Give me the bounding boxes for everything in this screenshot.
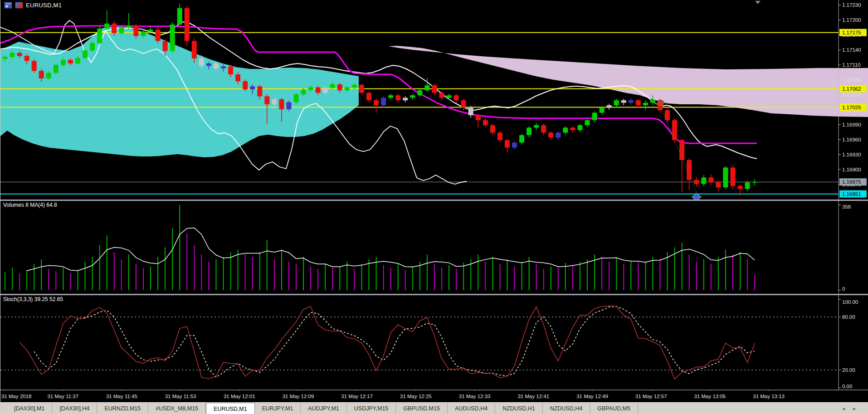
chart-tab-nzdusd-h1[interactable]: NZDUSD,H1 xyxy=(495,403,543,414)
candle-body xyxy=(621,100,626,102)
chart-tab-nzdusd-h4[interactable]: NZDUSD,H4 xyxy=(543,403,590,414)
candle-body xyxy=(286,102,291,109)
candle-body xyxy=(585,120,590,125)
time-label: 31 May 12:41 xyxy=(517,394,549,399)
price-tick-label: 1.16900 xyxy=(842,167,861,172)
candle-body xyxy=(417,90,422,95)
chart-tab-gbpusd-m15[interactable]: GBPUSD,M15 xyxy=(396,403,448,414)
price-tick-label: 1.17230 xyxy=(842,2,861,8)
candle-body xyxy=(221,66,226,68)
time-label: 31 May 12:25 xyxy=(400,394,432,399)
time-label: 31 May 12:17 xyxy=(341,394,373,399)
chart-tab-audusd-h4[interactable]: AUDUSD,H4 xyxy=(448,403,495,414)
candle-body xyxy=(731,167,736,186)
candle-body xyxy=(505,140,510,147)
chart-tab--dax30-h4[interactable]: [DAX30],H4 xyxy=(52,403,97,414)
candle-body xyxy=(156,29,161,41)
chart-tab-eurnzd-m15[interactable]: EURNZD,M15 xyxy=(97,403,148,414)
candle-body xyxy=(708,177,713,182)
chart-tab-bar: [DAX30],M1[DAX30],H4EURNZD,M15#USDX_M8,M… xyxy=(0,402,868,414)
chart-tab--dax30-m1[interactable]: [DAX30],M1 xyxy=(7,403,52,414)
candle-body xyxy=(301,90,306,94)
candle-body xyxy=(243,81,248,89)
candle-body xyxy=(534,125,539,127)
candle-body xyxy=(104,24,109,29)
chart-tab--usdx-m8-m15[interactable]: #USDX_M8,M15 xyxy=(148,403,206,414)
time-axis[interactable]: 31 May 201831 May 11:3731 May 11:4531 Ma… xyxy=(0,391,868,402)
candle-body xyxy=(177,8,182,24)
price-tag-label: 1.17175 xyxy=(842,30,861,35)
trading-terminal-window: { "window": { "title": "EURUSD,M1", "ico… xyxy=(0,0,868,414)
candle-body xyxy=(636,100,641,105)
price-tag-label: 1.17025 xyxy=(842,105,861,110)
time-label: 31 May 12:01 xyxy=(224,394,255,399)
stoch-level-label: 0.00 xyxy=(842,384,852,389)
candle-body xyxy=(46,73,51,78)
candle-body xyxy=(447,95,452,97)
candle-body xyxy=(235,74,240,81)
candle-body xyxy=(337,84,342,90)
candle-body xyxy=(519,135,524,142)
chart-tab-eurusd-m1[interactable]: EURUSD,M1 xyxy=(206,403,255,414)
candle-body xyxy=(163,41,168,51)
tab-scrollers: ◂▸ xyxy=(842,403,868,414)
candle-body xyxy=(359,85,364,93)
candle-body xyxy=(39,71,44,78)
tabs-scroll-left-button[interactable]: ◂ xyxy=(842,405,845,412)
chart-tab-gbpaud-m5[interactable]: GBPAUD,M5 xyxy=(590,403,638,414)
candle-body xyxy=(228,66,233,74)
candle-body xyxy=(352,85,357,87)
candle-body xyxy=(679,140,684,160)
price-tick-label: 1.17080 xyxy=(842,77,861,83)
candle-body xyxy=(330,84,335,88)
pane-separator[interactable] xyxy=(0,200,868,201)
candle-body xyxy=(97,29,102,43)
chart-tab-audjpy-m1[interactable]: AUDJPY,M1 xyxy=(301,403,347,414)
pane-separator xyxy=(0,390,868,390)
candle-body xyxy=(556,133,561,138)
candle-body xyxy=(126,25,131,27)
candle-body xyxy=(17,53,22,56)
candle-body xyxy=(439,93,444,98)
candle-body xyxy=(316,88,321,93)
time-label: 31 May 11:37 xyxy=(47,394,78,399)
candle-body xyxy=(119,28,124,33)
candle-body xyxy=(214,63,219,68)
candle-body xyxy=(497,133,502,140)
price-tick-label: 1.17050 xyxy=(842,92,861,97)
candle-body xyxy=(250,86,255,89)
candle-body xyxy=(563,128,568,133)
candle-body xyxy=(185,8,190,41)
chart-tab-eurjpy-m1[interactable]: EURJPY,M1 xyxy=(255,403,301,414)
pane-separator[interactable] xyxy=(0,294,868,295)
candle-body xyxy=(54,65,59,73)
tabs-scroll-right-button[interactable]: ▸ xyxy=(853,405,856,412)
time-label: 31 May 13:13 xyxy=(753,394,785,399)
chart-canvas[interactable]: 1.172301.172001.171701.171401.171101.170… xyxy=(0,0,868,402)
candle-body xyxy=(24,56,29,61)
candle-body xyxy=(600,108,605,113)
candle-body xyxy=(650,100,655,102)
candle-body xyxy=(745,182,750,189)
candle-body xyxy=(454,95,459,100)
candle-body xyxy=(374,100,379,105)
volume-max-label: 358 xyxy=(842,204,851,209)
chart-title-bar: EURUSD,M1 xyxy=(4,2,62,9)
price-tag-label: 1.16875 xyxy=(842,179,861,185)
candle-body xyxy=(112,24,117,33)
symbol-timeframe-label: EURUSD,M1 xyxy=(26,2,62,9)
stoch-level-label: 80.00 xyxy=(842,314,855,320)
candle-body xyxy=(643,103,648,105)
candle-body xyxy=(716,182,721,187)
candle-body xyxy=(629,100,634,102)
candle-body xyxy=(701,177,706,184)
candle-body xyxy=(687,160,692,180)
chart-tab-usdjpy-m15[interactable]: USDJPY,M15 xyxy=(347,403,396,414)
candle-body xyxy=(381,98,386,105)
stoch-indicator-label: Stoch(3,3,3) 39.25 52.65 xyxy=(3,296,63,302)
time-label: 31 May 12:33 xyxy=(459,394,491,399)
candle-body xyxy=(395,95,400,100)
candle-body xyxy=(468,108,473,115)
candle-body xyxy=(345,88,350,91)
time-label: 31 May 13:05 xyxy=(694,394,726,399)
